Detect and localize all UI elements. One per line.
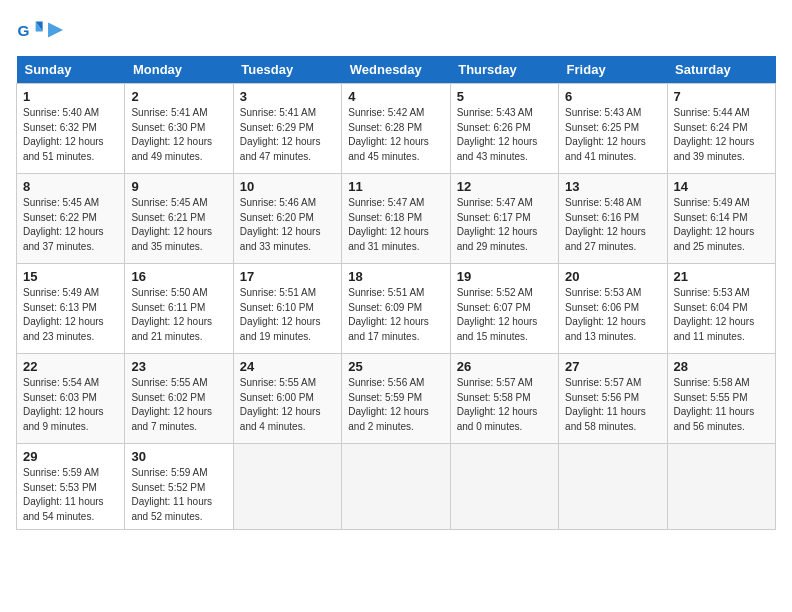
day-1: 1 Sunrise: 5:40 AMSunset: 6:32 PMDayligh… [17, 84, 125, 174]
header-friday: Friday [559, 56, 667, 84]
calendar-row-4: 22 Sunrise: 5:54 AMSunset: 6:03 PMDaylig… [17, 354, 776, 444]
day-15: 15 Sunrise: 5:49 AMSunset: 6:13 PMDaylig… [17, 264, 125, 354]
day-18: 18 Sunrise: 5:51 AMSunset: 6:09 PMDaylig… [342, 264, 450, 354]
header-monday: Monday [125, 56, 233, 84]
empty-cell-3 [450, 444, 558, 530]
header-tuesday: Tuesday [233, 56, 341, 84]
day-25: 25 Sunrise: 5:56 AMSunset: 5:59 PMDaylig… [342, 354, 450, 444]
page-header: G ▶ [16, 16, 776, 44]
day-14: 14 Sunrise: 5:49 AMSunset: 6:14 PMDaylig… [667, 174, 775, 264]
day-11: 11 Sunrise: 5:47 AMSunset: 6:18 PMDaylig… [342, 174, 450, 264]
day-12: 12 Sunrise: 5:47 AMSunset: 6:17 PMDaylig… [450, 174, 558, 264]
day-4: 4 Sunrise: 5:42 AMSunset: 6:28 PMDayligh… [342, 84, 450, 174]
day-2: 2 Sunrise: 5:41 AMSunset: 6:30 PMDayligh… [125, 84, 233, 174]
day-20: 20 Sunrise: 5:53 AMSunset: 6:06 PMDaylig… [559, 264, 667, 354]
day-8: 8 Sunrise: 5:45 AMSunset: 6:22 PMDayligh… [17, 174, 125, 264]
calendar-row-2: 8 Sunrise: 5:45 AMSunset: 6:22 PMDayligh… [17, 174, 776, 264]
day-13: 13 Sunrise: 5:48 AMSunset: 6:16 PMDaylig… [559, 174, 667, 264]
day-3: 3 Sunrise: 5:41 AMSunset: 6:29 PMDayligh… [233, 84, 341, 174]
day-7: 7 Sunrise: 5:44 AMSunset: 6:24 PMDayligh… [667, 84, 775, 174]
day-5: 5 Sunrise: 5:43 AMSunset: 6:26 PMDayligh… [450, 84, 558, 174]
day-17: 17 Sunrise: 5:51 AMSunset: 6:10 PMDaylig… [233, 264, 341, 354]
calendar-row-3: 15 Sunrise: 5:49 AMSunset: 6:13 PMDaylig… [17, 264, 776, 354]
day-24: 24 Sunrise: 5:55 AMSunset: 6:00 PMDaylig… [233, 354, 341, 444]
logo: G ▶ [16, 16, 62, 44]
calendar-table: Sunday Monday Tuesday Wednesday Thursday… [16, 56, 776, 530]
header-sunday: Sunday [17, 56, 125, 84]
empty-cell-4 [559, 444, 667, 530]
day-22: 22 Sunrise: 5:54 AMSunset: 6:03 PMDaylig… [17, 354, 125, 444]
day-23: 23 Sunrise: 5:55 AMSunset: 6:02 PMDaylig… [125, 354, 233, 444]
header-wednesday: Wednesday [342, 56, 450, 84]
day-6: 6 Sunrise: 5:43 AMSunset: 6:25 PMDayligh… [559, 84, 667, 174]
day-28: 28 Sunrise: 5:58 AMSunset: 5:55 PMDaylig… [667, 354, 775, 444]
weekday-header-row: Sunday Monday Tuesday Wednesday Thursday… [17, 56, 776, 84]
day-10: 10 Sunrise: 5:46 AMSunset: 6:20 PMDaylig… [233, 174, 341, 264]
day-26: 26 Sunrise: 5:57 AMSunset: 5:58 PMDaylig… [450, 354, 558, 444]
empty-cell-2 [342, 444, 450, 530]
day-19: 19 Sunrise: 5:52 AMSunset: 6:07 PMDaylig… [450, 264, 558, 354]
day-9: 9 Sunrise: 5:45 AMSunset: 6:21 PMDayligh… [125, 174, 233, 264]
svg-text:G: G [17, 22, 29, 39]
header-thursday: Thursday [450, 56, 558, 84]
calendar-row-5: 29 Sunrise: 5:59 AMSunset: 5:53 PMDaylig… [17, 444, 776, 530]
logo-icon: G [16, 16, 44, 44]
day-29: 29 Sunrise: 5:59 AMSunset: 5:53 PMDaylig… [17, 444, 125, 530]
header-saturday: Saturday [667, 56, 775, 84]
empty-cell-1 [233, 444, 341, 530]
calendar-row-1: 1 Sunrise: 5:40 AMSunset: 6:32 PMDayligh… [17, 84, 776, 174]
empty-cell-5 [667, 444, 775, 530]
day-27: 27 Sunrise: 5:57 AMSunset: 5:56 PMDaylig… [559, 354, 667, 444]
logo-text: ▶ [48, 20, 62, 40]
day-21: 21 Sunrise: 5:53 AMSunset: 6:04 PMDaylig… [667, 264, 775, 354]
day-16: 16 Sunrise: 5:50 AMSunset: 6:11 PMDaylig… [125, 264, 233, 354]
day-30: 30 Sunrise: 5:59 AMSunset: 5:52 PMDaylig… [125, 444, 233, 530]
